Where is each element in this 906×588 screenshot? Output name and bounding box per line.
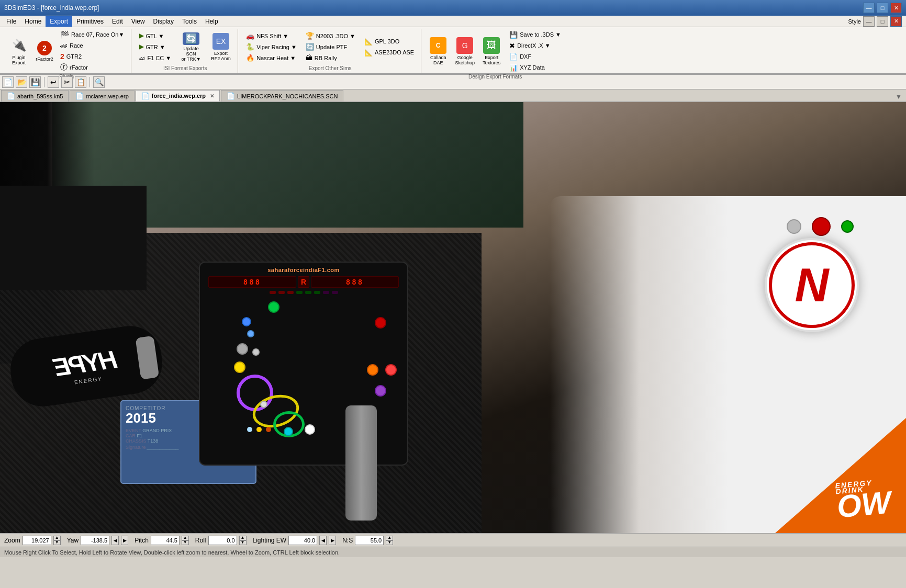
dot-green [841,220,854,233]
sw-btn-white [305,424,315,435]
ribbon-btn-gpl3do[interactable]: 📐 GPL 3DO [361,36,418,47]
viper-icon: 🐍 [246,43,254,51]
dot-gray [787,219,801,234]
dot-red [812,217,831,236]
tab-scroll-arrow[interactable]: ▼ [892,92,905,101]
menu-help[interactable]: Help [201,16,222,27]
sketchup-icon: G [456,37,473,54]
ribbon-btn-gtr[interactable]: ▶ GTR ▼ [136,42,175,52]
pitch-input[interactable] [151,536,180,545]
tb-search[interactable]: 🔍 [93,76,105,88]
menu-file[interactable]: File [2,16,20,27]
yaw-input[interactable] [81,536,109,545]
toolbar-separator-2 [90,77,90,87]
style-minimize[interactable]: — [863,16,875,27]
menu-primitives[interactable]: Primitives [72,16,108,27]
ribbon-btn-rb-rally[interactable]: 🏔 RB Rally [302,53,359,63]
pitch-down[interactable]: ▼ [182,540,189,545]
tab-limerockpark[interactable]: 📄 LIMEROCKPARK_NOCHICANES.SCN [221,90,343,101]
other-group-label: Export Other Sims [242,64,418,72]
sw-btn-purple [375,385,386,397]
ribbon-btn-plugin-export[interactable]: 🔌 PluginExport [5,35,32,68]
ribbon-buttons-isi: ▶ GTL ▼ ▶ GTR ▼ 🏎 F1 CC ▼ 🔄 Update SCNor… [136,29,234,64]
lighting-right[interactable]: ▶ [329,536,336,545]
update-ptf-icon: 🔄 [306,43,314,51]
ribbon-buttons-design: C ColladaDAE G GoogleSketchup 🖼 ExportTe… [426,29,565,73]
zoom-input[interactable] [23,536,51,545]
tab-abarth[interactable]: 📄 abarth_595ss.kn5 [1,90,69,101]
sw-btn-gray [237,343,248,355]
ribbon-btn-race07[interactable]: 🏁 Race 07, Race On▼ [57,29,128,40]
tb-undo[interactable]: ↩ [48,76,59,88]
ribbon-btn-update-scn[interactable]: 🔄 Update SCNor TRK▼ [176,30,206,64]
ribbon-btn-export-tex[interactable]: 🖼 ExportTextures [479,35,504,68]
ribbon-btn-ase23do[interactable]: 📐 ASE23DO ASE [361,47,418,58]
tab-force-india-close[interactable]: ✕ [210,93,214,99]
ribbon-col-isi: ▶ GTL ▼ ▶ GTR ▼ 🏎 F1 CC ▼ [136,31,175,63]
ribbon-group-plugin: 🔌 PluginExport 2 rFactor2 🏁 Race 07, Rac… [2,29,131,73]
menu-export[interactable]: Export [46,16,72,27]
ns-input[interactable] [355,536,384,545]
ribbon-btn-export-rf2[interactable]: EX ExportRF2 Anm [207,30,234,64]
ribbon-btn-gtr2[interactable]: 2 GTR2 [57,51,128,62]
ribbon-btn-dxf[interactable]: 📄 DXF [506,51,565,62]
menu-home[interactable]: Home [20,16,46,27]
tab-force-india-icon: 📄 [141,92,150,100]
sw-small-dot-orange [266,427,271,432]
menu-display[interactable]: Display [149,16,178,27]
ribbon-btn-gtl[interactable]: ▶ GTL ▼ [136,31,175,41]
lighting-input[interactable] [288,536,317,545]
ribbon-btn-xyz[interactable]: 📊 XYZ Data [506,62,565,73]
close-button[interactable]: ✕ [890,3,902,13]
zoom-down[interactable]: ▼ [53,540,61,545]
ns-down[interactable]: ▼ [386,540,393,545]
tab-force-india[interactable]: 📄 force_india.wep.erp ✕ [136,90,220,101]
sw-small-dot-yellow [256,427,262,432]
ribbon-btn-rfactor2[interactable]: 2 rFactor2 [34,35,55,68]
sw-dot-8 [332,291,338,294]
tb-save[interactable]: 💾 [29,76,41,88]
directx-icon: ✖ [509,42,515,50]
rb-rally-icon: 🏔 [306,54,312,62]
yaw-left[interactable]: ◀ [111,536,119,545]
ribbon-btn-sketchup[interactable]: G GoogleSketchup [452,35,477,68]
ribbon-btn-f1cc[interactable]: 🏎 F1 CC ▼ [136,53,175,63]
ribbon-btn-nfs[interactable]: 🚗 NFS Shift ▼ [242,31,300,41]
tb-open[interactable]: 📂 [16,76,27,88]
export-rf2-icon: EX [212,33,229,50]
ribbon-btn-race[interactable]: 🏎 Race [57,40,128,51]
sw-btn-orange [367,364,378,376]
zoom-label: Zoom [4,537,20,544]
roll-down[interactable]: ▼ [239,540,247,545]
menu-edit[interactable]: Edit [108,16,127,27]
ribbon-btn-rfactor[interactable]: ⓡ rFactor [57,62,128,73]
style-maximize[interactable]: □ [877,16,888,27]
n-logo-inner: N [769,242,855,328]
viewport[interactable]: HYPE ENERGY COMPETITOR 2015 EVENT GRAND … [0,102,906,533]
status-roll: Roll ▲ ▼ [195,536,247,545]
ribbon-btn-update-ptf[interactable]: 🔄 Update PTF [302,42,359,52]
ribbon-btn-viper[interactable]: 🐍 Viper Racing ▼ [242,42,300,52]
ribbon-btn-nascar[interactable]: 🔥 Nascar Heat ▼ [242,53,300,63]
tb-new[interactable]: 📄 [2,76,14,88]
style-close[interactable]: ✕ [890,16,902,27]
tab-mclaren[interactable]: 📄 mclaren.wep.erp [70,90,134,101]
roll-input[interactable] [208,536,237,545]
lighting-left[interactable]: ◀ [319,536,327,545]
ribbon-btn-directx[interactable]: ✖ DirectX .X ▼ [506,40,565,51]
sw-dot-7 [323,291,329,294]
ribbon-btn-save-3ds[interactable]: 💾 Save to .3DS ▼ [506,29,565,40]
menu-view[interactable]: View [127,16,149,27]
ribbon-btn-collada[interactable]: C ColladaDAE [426,35,451,68]
minimize-button[interactable]: — [863,3,875,13]
yaw-right[interactable]: ▶ [121,536,128,545]
ribbon-btn-n2003[interactable]: 🏆 N2003 .3DO ▼ [302,31,359,41]
tb-cut[interactable]: ✂ [61,76,73,88]
menu-tools[interactable]: Tools [178,16,201,27]
n2003-icon: 🏆 [306,32,314,40]
tb-paste[interactable]: 📋 [75,76,86,88]
ow-energy-text: ENERGY DRINK OW [835,478,892,519]
maximize-button[interactable]: □ [877,3,888,13]
sw-led-dots [200,289,407,296]
doctabs: 📄 abarth_595ss.kn5 📄 mclaren.wep.erp 📄 f… [0,89,906,102]
